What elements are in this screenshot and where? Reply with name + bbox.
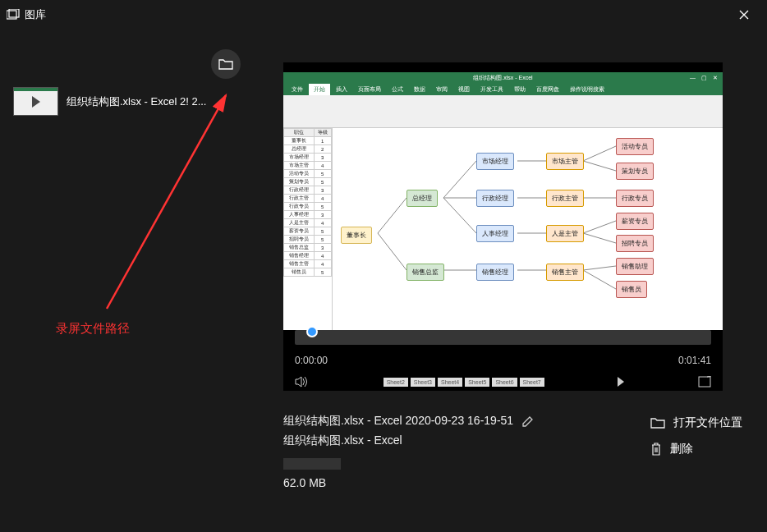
excel-sheet-tabs: Sheet2Sheet3Sheet4Sheet5Sheet6Sheet7: [384, 378, 544, 387]
node-sales-sup: 销售主管: [546, 264, 584, 281]
node-gm: 总经理: [406, 190, 438, 207]
trash-icon: [650, 443, 662, 456]
close-icon: [739, 10, 749, 20]
open-folder-button[interactable]: [211, 49, 241, 79]
svg-line-5: [443, 161, 476, 198]
recording-thumbnail[interactable]: 组织结构图.xlsx - Excel 2! 2...: [0, 79, 275, 124]
node-sales-ass: 销售助理: [616, 258, 654, 275]
annotation-label: 录屏文件路径: [56, 321, 130, 337]
svg-rect-20: [699, 377, 710, 387]
svg-line-2: [107, 95, 226, 309]
excel-ribbon-body: [283, 95, 723, 128]
play-icon: [32, 96, 40, 108]
excel-title: 组织结构图.xlsx - Excel: [473, 74, 532, 82]
svg-line-14: [583, 161, 616, 171]
content-pane: 组织结构图.xlsx - Excel—▢✕ 文件开始插入页面布局公式数据审阅视图…: [275, 30, 767, 532]
node-adm-sup: 行政主管: [546, 190, 584, 207]
node-plan: 策划专员: [616, 163, 654, 180]
video-progress-bar[interactable]: [295, 330, 711, 345]
file-size: 62.0 MB: [283, 476, 618, 489]
main-content: 组织结构图.xlsx - Excel 2! 2... 录屏文件路径 组织结构图.…: [0, 30, 767, 532]
file-subtitle: 组织结构图.xlsx - Excel: [283, 433, 618, 448]
node-mkt-sup: 市场主管: [546, 153, 584, 170]
node-adm-sp: 行政专员: [616, 190, 654, 207]
node-hr-sup: 人是主管: [546, 225, 584, 242]
open-file-location-button[interactable]: 打开文件位置: [650, 415, 742, 430]
fullscreen-icon[interactable]: [698, 376, 711, 388]
thumbnail-label: 组织结构图.xlsx - Excel 2! 2...: [67, 94, 206, 109]
thumbnail-image: [13, 87, 58, 116]
svg-line-16: [583, 221, 616, 233]
excel-ribbon-tabs: 文件开始插入页面布局公式数据审阅视图开发工具帮助百度网盘操作说明搜索: [283, 84, 723, 95]
node-rec-sp: 招聘专员: [616, 235, 654, 252]
sidebar: 组织结构图.xlsx - Excel 2! 2... 录屏文件路径: [0, 30, 275, 532]
folder-icon: [650, 417, 665, 429]
node-mkt-mgr: 市场经理: [476, 153, 514, 170]
svg-line-4: [378, 233, 406, 270]
svg-line-17: [583, 233, 616, 243]
node-sales-dir: 销售总监: [406, 264, 444, 281]
time-display: 0:00:00 0:01:41: [295, 355, 711, 366]
excel-data-table: 职位等级董事长1总经理2市场经理3市场主管4活动专员5策划专员5行政经理3行政主…: [283, 128, 333, 330]
node-root: 董事长: [341, 227, 372, 244]
node-act: 活动专员: [616, 138, 654, 155]
video-preview[interactable]: 组织结构图.xlsx - Excel—▢✕ 文件开始插入页面布局公式数据审阅视图…: [283, 62, 723, 391]
gallery-icon: [7, 9, 20, 21]
play-button[interactable]: [618, 377, 624, 387]
node-adm-mgr: 行政经理: [476, 190, 514, 207]
open-location-label: 打开文件位置: [673, 415, 742, 430]
window-title: 图库: [25, 7, 728, 22]
volume-icon[interactable]: [295, 376, 310, 388]
svg-line-18: [583, 266, 616, 270]
org-chart-canvas: 董事长 总经理 销售总监 市场经理 行政经理 人事经理 销售经理 市场主管 行政…: [333, 128, 723, 330]
file-info: 组织结构图.xlsx - Excel 2020-09-23 16-19-51 组…: [283, 414, 742, 489]
redacted-bar: [283, 458, 341, 470]
node-hr-mgr: 人事经理: [476, 225, 514, 242]
delete-label: 删除: [670, 442, 693, 456]
file-name: 组织结构图.xlsx - Excel 2020-09-23 16-19-51: [283, 414, 513, 429]
close-button[interactable]: [728, 0, 760, 30]
node-sal-sp: 薪资专员: [616, 213, 654, 230]
excel-screenshot: 组织结构图.xlsx - Excel—▢✕ 文件开始插入页面布局公式数据审阅视图…: [283, 72, 723, 330]
total-time: 0:01:41: [678, 355, 711, 366]
titlebar: 图库: [0, 0, 767, 30]
edit-icon[interactable]: [521, 415, 535, 428]
svg-line-3: [378, 198, 406, 233]
playhead[interactable]: [306, 326, 318, 337]
svg-line-19: [583, 270, 616, 289]
svg-line-13: [583, 146, 616, 161]
delete-button[interactable]: 删除: [650, 442, 742, 456]
node-sales-emp: 销售员: [616, 281, 647, 298]
node-sales-mgr: 销售经理: [476, 264, 514, 281]
folder-icon: [218, 58, 233, 70]
current-time: 0:00:00: [295, 355, 328, 366]
svg-line-7: [443, 198, 476, 233]
